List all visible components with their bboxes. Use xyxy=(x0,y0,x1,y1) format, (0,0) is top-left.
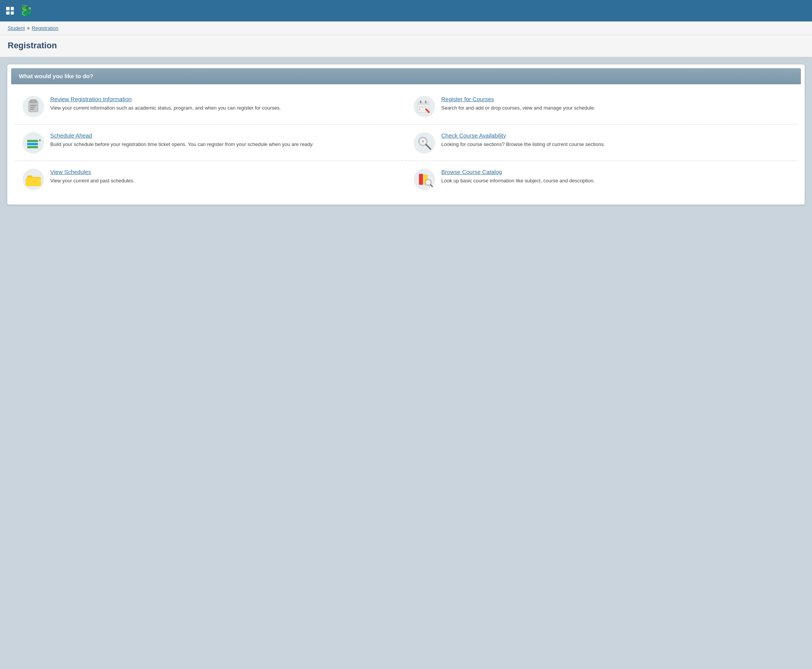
view-schedules-text: View Schedules View your current and pas… xyxy=(50,168,398,185)
breadcrumb: Student Registration xyxy=(0,22,812,35)
svg-rect-4 xyxy=(30,109,34,109)
clipboard-icon xyxy=(23,96,44,117)
svg-rect-5 xyxy=(27,140,38,142)
svg-rect-6 xyxy=(27,143,38,145)
svg-marker-8 xyxy=(39,139,41,141)
review-registration-text: Review Registration Information View you… xyxy=(50,96,398,112)
main-content: What would you like to do? xyxy=(0,57,812,212)
availability-search-icon xyxy=(414,132,435,154)
svg-rect-7 xyxy=(27,146,38,148)
schedule-ahead-text: Schedule Ahead Build your schedule befor… xyxy=(50,132,398,148)
svg-rect-2 xyxy=(30,105,36,106)
menu-item-schedule-ahead: Schedule Ahead Build your schedule befor… xyxy=(15,124,406,161)
menu-item-view-schedules: View Schedules View your current and pas… xyxy=(15,161,406,197)
view-schedules-desc: View your current and past schedules. xyxy=(50,178,135,183)
card-header-text: What would you like to do? xyxy=(19,73,93,79)
register-courses-link[interactable]: Register for Courses xyxy=(441,96,789,102)
register-calendar-icon xyxy=(414,96,435,117)
catalog-books-icon xyxy=(414,168,435,190)
svg-line-29 xyxy=(431,185,433,187)
schedule-ahead-link[interactable]: Schedule Ahead xyxy=(50,132,398,139)
svg-rect-11 xyxy=(420,100,421,103)
check-availability-link[interactable]: Check Course Availability xyxy=(441,132,789,139)
browse-catalog-desc: Look up basic course information like su… xyxy=(441,178,595,183)
registration-card: What would you like to do? xyxy=(7,64,805,205)
svg-rect-13 xyxy=(419,106,421,108)
review-registration-desc: View your current information such as ac… xyxy=(50,105,281,111)
svg-rect-1 xyxy=(30,100,36,103)
schedule-icon xyxy=(23,132,44,154)
menu-col-left: Review Registration Information View you… xyxy=(15,88,406,197)
logo: 🐉 xyxy=(19,5,33,16)
page-title-area: Registration xyxy=(0,35,812,57)
breadcrumb-student[interactable]: Student xyxy=(8,25,25,31)
grid-icon[interactable] xyxy=(6,7,14,15)
svg-rect-16 xyxy=(419,109,421,110)
folder-icon xyxy=(23,168,44,190)
check-availability-text: Check Course Availability Looking for co… xyxy=(441,132,789,148)
view-schedules-link[interactable]: View Schedules xyxy=(50,168,398,175)
page-title: Registration xyxy=(8,40,804,50)
svg-rect-15 xyxy=(425,106,426,108)
menu-item-check-availability: Check Course Availability Looking for co… xyxy=(406,124,797,161)
menu-grid: Review Registration Information View you… xyxy=(15,88,797,197)
check-availability-desc: Looking for course sections? Browse the … xyxy=(441,141,605,147)
app-header: 🐉 xyxy=(0,0,812,22)
browse-catalog-text: Browse Course Catalog Look up basic cour… xyxy=(441,168,789,185)
menu-col-right: Register for Courses Search for and add … xyxy=(406,88,797,197)
svg-rect-10 xyxy=(418,102,429,105)
browse-catalog-link[interactable]: Browse Course Catalog xyxy=(441,168,789,175)
menu-item-browse-catalog: Browse Course Catalog Look up basic cour… xyxy=(406,161,797,197)
svg-rect-3 xyxy=(30,107,35,108)
svg-line-21 xyxy=(426,145,431,149)
card-body: Review Registration Information View you… xyxy=(7,84,805,205)
svg-rect-23 xyxy=(419,174,423,185)
svg-rect-12 xyxy=(425,100,426,103)
register-courses-text: Register for Courses Search for and add … xyxy=(441,96,789,112)
breadcrumb-separator xyxy=(27,27,30,30)
menu-item-register-courses: Register for Courses Search for and add … xyxy=(406,88,797,124)
svg-point-28 xyxy=(426,180,430,184)
svg-rect-14 xyxy=(422,106,423,108)
card-header: What would you like to do? xyxy=(11,68,801,84)
menu-item-review-registration: Review Registration Information View you… xyxy=(15,88,406,124)
svg-point-22 xyxy=(422,140,424,143)
breadcrumb-registration[interactable]: Registration xyxy=(32,25,58,31)
schedule-ahead-desc: Build your schedule before your registra… xyxy=(50,141,313,147)
register-courses-desc: Search for and add or drop courses, view… xyxy=(441,105,595,111)
review-registration-link[interactable]: Review Registration Information xyxy=(50,96,398,102)
